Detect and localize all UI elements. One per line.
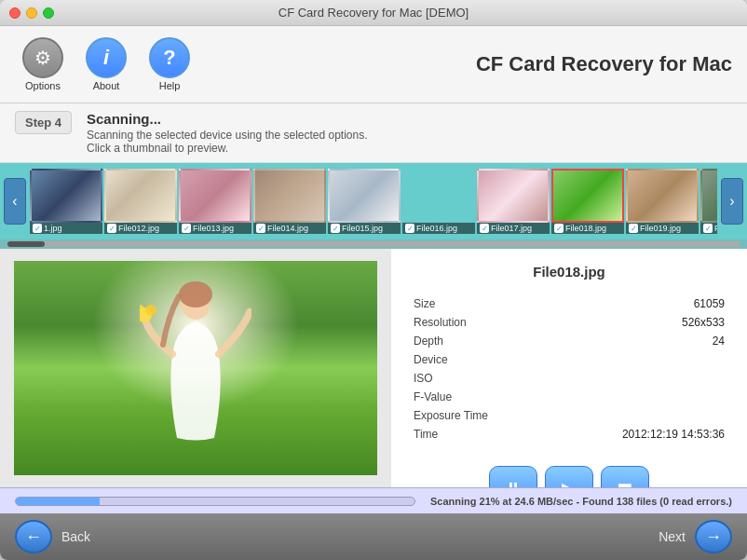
thumbnail-photo: [700, 169, 717, 223]
step-area: Step 4 Scanning... Scanning the selected…: [0, 103, 747, 163]
device-value: [546, 350, 728, 369]
strip-scrollbar-thumb: [7, 241, 45, 247]
prev-arrow-button[interactable]: ‹: [4, 178, 26, 225]
info-panel: File018.jpg Size 61059 Resolution 526x53…: [391, 249, 747, 487]
about-label: About: [93, 80, 120, 91]
woman-silhouette-svg: [140, 270, 251, 475]
info-row-resolution: Resolution 526x533: [410, 313, 728, 332]
thumbnail-label: ✓File016.jpg: [402, 223, 475, 234]
thumbnail-item[interactable]: ✓File015.jpg: [328, 169, 401, 234]
thumbnail-label: ✓1.jpg: [30, 223, 102, 234]
play-icon: ▶: [562, 478, 577, 487]
preview-filename: File018.jpg: [410, 264, 728, 280]
step-title: Scanning...: [87, 111, 732, 127]
thumbnail-label: ✓File014.jpg: [253, 223, 326, 234]
thumbnail-item[interactable]: ✓File012.jpg: [104, 169, 177, 234]
resolution-label: Resolution: [410, 313, 546, 332]
thumbnail-item[interactable]: ✓1.jpg: [30, 169, 102, 234]
depth-label: Depth: [410, 332, 546, 350]
next-button[interactable]: →: [695, 520, 732, 553]
thumbnail-name: File017.jpg: [491, 224, 532, 233]
thumbnail-checkbox: ✓: [554, 224, 564, 233]
thumbnail-item[interactable]: ✓File020.jpg: [700, 169, 717, 234]
next-arrow-button[interactable]: ›: [721, 178, 743, 225]
thumbnail-checkbox: ✓: [629, 224, 638, 233]
options-button[interactable]: ⚙ Options: [15, 34, 71, 95]
fvalue-value: [546, 388, 728, 406]
thumbnail-photo: [402, 169, 475, 223]
thumbnail-strip-container: ‹ ✓1.jpg✓File012.jpg✓File013.jpg✓File014…: [0, 163, 747, 239]
thumbnail-photo: [253, 169, 326, 223]
toolbar: ⚙ Options i About ? Help CF Card Recover…: [0, 26, 747, 103]
thumbnail-label: ✓File018.jpg: [551, 223, 624, 234]
close-button[interactable]: [9, 7, 20, 19]
thumbnail-item[interactable]: ✓File019.jpg: [626, 169, 699, 234]
play-button[interactable]: ▶: [545, 466, 593, 487]
info-row-exposure: Exposure Time: [410, 406, 728, 425]
thumbnail-item[interactable]: ✓File013.jpg: [179, 169, 251, 234]
thumbnail-checkbox: ✓: [480, 224, 489, 233]
app-title: CF Card Recovery for Mac: [476, 52, 732, 76]
preview-image-container: [14, 261, 377, 475]
help-icon: ?: [149, 37, 190, 78]
exposure-label: Exposure Time: [410, 406, 546, 425]
thumbnail-checkbox: ✓: [182, 224, 191, 233]
stop-icon: ⏹: [615, 478, 635, 487]
step-desc2: Click a thumbnail to preview.: [87, 142, 732, 155]
thumbnail-name: File013.jpg: [193, 224, 234, 233]
thumbnail-item[interactable]: ✓File017.jpg: [477, 169, 550, 234]
thumbnail-name: File012.jpg: [118, 224, 159, 233]
info-row-iso: ISO: [410, 369, 728, 388]
thumbnail-checkbox: ✓: [107, 224, 116, 233]
thumbnail-checkbox: ✓: [33, 224, 42, 233]
status-bar: Scanning 21% at 24.6 MB/sec - Found 138 …: [0, 487, 747, 513]
title-bar: CF Card Recovery for Mac [DEMO]: [0, 0, 747, 26]
status-text: Scanning 21% at 24.6 MB/sec - Found 138 …: [430, 496, 732, 507]
thumbnail-item[interactable]: ✓File016.jpg: [402, 169, 475, 234]
thumbnail-item[interactable]: ✓File018.jpg: [551, 169, 624, 234]
thumbnail-strip: ✓1.jpg✓File012.jpg✓File013.jpg✓File014.j…: [30, 169, 717, 234]
help-button[interactable]: ? Help: [142, 34, 197, 95]
thumbnail-label: ✓File017.jpg: [477, 223, 550, 234]
toolbar-buttons: ⚙ Options i About ? Help: [15, 34, 197, 95]
thumbnail-checkbox: ✓: [703, 224, 713, 233]
thumbnail-photo: [104, 169, 177, 223]
thumbnail-photo: [551, 169, 624, 223]
thumbnail-item[interactable]: ✓File014.jpg: [253, 169, 326, 234]
thumbnail-checkbox: ✓: [256, 224, 265, 233]
about-button[interactable]: i About: [78, 34, 134, 95]
thumbnail-name: File019.jpg: [640, 224, 681, 233]
thumbnail-photo: [626, 169, 699, 223]
thumbnail-photo: [30, 169, 102, 223]
strip-scrollbar-area: [0, 239, 747, 249]
thumbnail-label: ✓File012.jpg: [104, 223, 177, 234]
exposure-value: [546, 406, 728, 425]
back-button[interactable]: ←: [15, 520, 52, 553]
maximize-button[interactable]: [43, 7, 54, 19]
main-area: File018.jpg Size 61059 Resolution 526x53…: [0, 249, 747, 487]
pause-button[interactable]: ⏸: [489, 466, 537, 487]
minimize-button[interactable]: [26, 7, 37, 19]
thumbnail-label: ✓File015.jpg: [328, 223, 401, 234]
thumbnail-photo: [179, 169, 251, 223]
window-title: CF Card Recovery for Mac [DEMO]: [278, 6, 469, 20]
thumbnail-name: File018.jpg: [565, 224, 606, 233]
strip-scrollbar[interactable]: [7, 241, 740, 247]
iso-value: [546, 369, 728, 388]
preview-area: [0, 249, 391, 487]
info-row-time: Time 2012:12:19 14:53:36: [410, 425, 728, 444]
stop-button[interactable]: ⏹: [601, 466, 649, 487]
help-label: Help: [159, 80, 181, 91]
time-value: 2012:12:19 14:53:36: [546, 425, 728, 444]
traffic-lights: [9, 7, 54, 19]
main-window: CF Card Recovery for Mac [DEMO] ⚙ Option…: [0, 0, 747, 560]
depth-value: 24: [546, 332, 728, 350]
svg-point-4: [145, 305, 156, 316]
thumbnail-label: ✓File020.jpg: [700, 223, 717, 234]
bottom-nav: ← Back Next →: [0, 513, 747, 560]
options-icon: ⚙: [22, 37, 63, 78]
progress-bar: [15, 497, 415, 506]
iso-label: ISO: [410, 369, 546, 388]
thumbnail-name: File015.jpg: [342, 224, 383, 233]
next-label: Next: [659, 529, 686, 544]
